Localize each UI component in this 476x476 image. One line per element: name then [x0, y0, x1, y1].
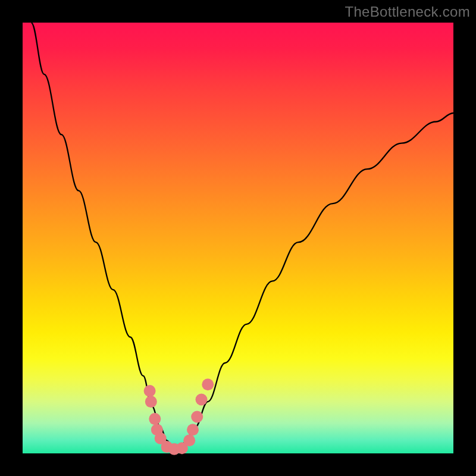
curve-marker	[187, 424, 199, 436]
marker-group	[144, 378, 214, 455]
curve-marker	[144, 385, 156, 397]
curve-marker	[191, 411, 203, 423]
curve-marker	[149, 413, 161, 425]
watermark-text: TheBottleneck.com	[345, 4, 470, 20]
curve-marker	[183, 434, 195, 446]
curve-svg	[23, 23, 453, 453]
bottleneck-curve	[32, 23, 454, 449]
curve-marker	[196, 394, 208, 406]
curve-marker	[202, 378, 214, 390]
plot-area	[23, 23, 453, 453]
curve-marker	[145, 396, 157, 408]
chart-frame: TheBottleneck.com	[0, 0, 476, 476]
